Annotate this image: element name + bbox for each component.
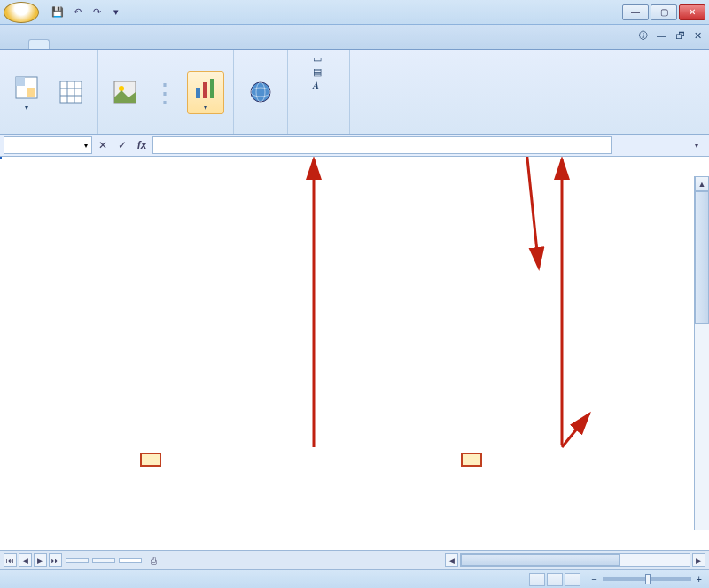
cancel-formula-icon[interactable]: ✕ (94, 136, 112, 154)
zoom-out-icon[interactable]: − (591, 574, 596, 584)
svg-rect-11 (203, 82, 207, 98)
titlebar: 💾 ↶ ↷ ▾ — ▢ ✕ (0, 0, 709, 25)
vertical-scrollbar[interactable]: ▲ (694, 176, 709, 530)
callout-avg (140, 453, 161, 467)
hscroll-thumb[interactable] (461, 554, 620, 566)
office-button[interactable] (4, 2, 39, 23)
sheet-prev-icon[interactable]: ◀ (19, 553, 32, 567)
close-workbook-icon[interactable]: ✕ (694, 30, 702, 42)
grid-area: ▲ (0, 157, 709, 550)
sheet-first-icon[interactable]: ⏮ (4, 553, 17, 567)
hyperlink-button[interactable] (243, 76, 278, 110)
tab-view[interactable] (136, 40, 156, 49)
view-page-break-icon[interactable] (565, 573, 580, 586)
hscroll-left-icon[interactable]: ◀ (445, 553, 458, 567)
tab-data[interactable] (94, 40, 113, 49)
charts-button[interactable]: ▾ (187, 71, 224, 114)
save-icon[interactable]: 💾 (50, 4, 66, 20)
fx-icon[interactable]: fx (133, 136, 151, 154)
pivot-table-icon (12, 74, 41, 102)
minimize-ribbon-icon[interactable]: — (657, 30, 666, 42)
tab-formulas[interactable] (73, 40, 92, 49)
zoom-in-icon[interactable]: + (697, 574, 702, 584)
sheet-tab-1[interactable] (66, 558, 89, 563)
range-outline (0, 157, 2, 159)
hscroll-track[interactable] (460, 553, 690, 567)
svg-rect-3 (60, 81, 82, 103)
tab-insert[interactable] (28, 39, 50, 49)
charts-icon (191, 74, 220, 102)
accept-formula-icon[interactable]: ✓ (113, 136, 131, 154)
ribbon-group-text: ▭ ▤ 𝑨 (288, 50, 350, 134)
pivot-table-button[interactable]: ▾ (9, 72, 44, 113)
ribbon-content: ▾ ⋮ ▾ (0, 50, 709, 135)
picture-icon (111, 78, 139, 106)
sheet-tab-2[interactable] (92, 558, 115, 563)
formula-bar: ▾ ✕ ✓ fx ▾ (0, 135, 709, 157)
hyperlink-icon (246, 78, 275, 106)
svg-line-20 (562, 414, 589, 447)
sheet-tabs-bar: ⏮ ◀ ▶ ⏭ ⎙ ◀ ▶ (0, 550, 709, 569)
formula-input[interactable] (152, 136, 612, 154)
svg-rect-2 (27, 88, 35, 97)
sheet-nav: ⏮ ◀ ▶ ⏭ (4, 553, 62, 567)
quick-access-toolbar: 💾 ↶ ↷ ▾ (4, 2, 124, 23)
view-normal-icon[interactable] (529, 573, 545, 586)
textbox-icon: ▭ (313, 53, 322, 65)
name-box[interactable]: ▾ (4, 136, 92, 154)
tab-page-layout[interactable] (51, 40, 71, 49)
restore-workbook-icon[interactable]: 🗗 (675, 30, 685, 42)
svg-rect-1 (16, 77, 25, 86)
redo-icon[interactable]: ↷ (89, 4, 105, 20)
table-icon (57, 78, 85, 106)
ribbon-group-tables: ▾ (0, 50, 98, 134)
minimize-button[interactable]: — (622, 4, 649, 20)
maximize-button[interactable]: ▢ (651, 4, 677, 20)
svg-line-18 (523, 157, 539, 268)
sheet-last-icon[interactable]: ⏭ (49, 553, 62, 567)
expand-formula-icon[interactable]: ▾ (688, 136, 705, 154)
window-controls: — ▢ ✕ (622, 4, 705, 20)
callout-sum (461, 453, 482, 467)
view-page-layout-icon[interactable] (547, 573, 563, 586)
table-button[interactable] (53, 76, 89, 110)
svg-rect-10 (196, 88, 200, 98)
zoom-slider[interactable] (603, 577, 691, 581)
close-button[interactable]: ✕ (679, 4, 705, 20)
tab-review[interactable] (115, 40, 135, 49)
wordart-icon: 𝑨 (313, 80, 319, 91)
zoom-slider-thumb[interactable] (645, 574, 651, 584)
header-footer-button[interactable]: ▤ (313, 66, 325, 78)
qat-more-icon[interactable]: ▾ (108, 4, 124, 20)
undo-icon[interactable]: ↶ (69, 4, 85, 20)
scroll-up-icon[interactable]: ▲ (695, 176, 709, 191)
ribbon-tabs: 🛈 — 🗗 ✕ (0, 25, 709, 50)
svg-point-13 (251, 82, 270, 102)
tab-home[interactable] (7, 40, 27, 49)
sheet-tab-3[interactable] (119, 558, 142, 563)
textbox-button[interactable]: ▭ (313, 53, 325, 65)
sheet-next-icon[interactable]: ▶ (34, 553, 47, 567)
header-icon: ▤ (313, 66, 322, 78)
hscroll-right-icon[interactable]: ▶ (692, 553, 705, 567)
ribbon-group-illustrations: ⋮ ▾ (98, 50, 234, 134)
ribbon-group-links (234, 50, 288, 134)
svg-rect-12 (210, 79, 214, 98)
new-sheet-icon[interactable]: ⎙ (145, 555, 162, 566)
picture-button[interactable] (107, 76, 143, 110)
help-icon[interactable]: 🛈 (638, 30, 648, 42)
horizontal-scrollbar[interactable]: ◀ ▶ (166, 553, 705, 567)
wordart-button[interactable]: 𝑨 (313, 80, 325, 91)
status-bar: − + (0, 569, 709, 588)
scroll-thumb[interactable] (695, 191, 709, 324)
